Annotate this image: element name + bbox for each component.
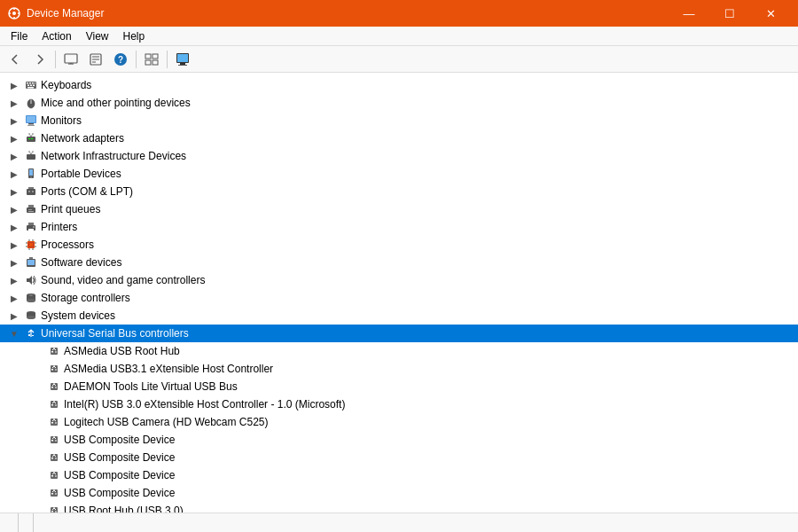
tree-item-usb[interactable]: ▼ Universal Serial Bus controllers: [0, 325, 798, 342]
usb-child-icon-4: [47, 397, 61, 411]
tree-item-usb-cam[interactable]: Logitech USB Camera (HD Webcam C525): [0, 413, 798, 431]
svg-rect-64: [28, 229, 34, 231]
tree-item-mice[interactable]: ▶ Mice and other pointing devices: [0, 94, 798, 112]
expand-icon[interactable]: ▶: [7, 220, 21, 234]
printers-icon: [24, 220, 38, 234]
expand-icon[interactable]: ▶: [7, 113, 21, 128]
usb-comp3-label: USB Composite Device: [64, 469, 175, 481]
expand-icon[interactable]: ▶: [7, 184, 21, 199]
keyboards-icon: [24, 78, 38, 92]
window-controls: — ☐ ✕: [669, 0, 791, 27]
expand-usb-icon[interactable]: ▼: [7, 326, 21, 340]
tree-item-network-infra[interactable]: ▶ Network Infrastructure Devices: [0, 147, 798, 165]
tree-item-system-devices[interactable]: ▶ System devices: [0, 307, 798, 325]
expand-icon[interactable]: ▶: [7, 149, 21, 163]
svg-marker-80: [27, 276, 32, 285]
tree-item-storage[interactable]: ▶ Storage controllers: [0, 289, 798, 307]
svg-rect-38: [27, 125, 35, 126]
svg-rect-46: [27, 154, 35, 160]
tree-item-usb-root2[interactable]: USB Root Hub (USB 3.0): [0, 502, 798, 512]
expand-icon[interactable]: ▶: [7, 131, 21, 145]
svg-rect-68: [29, 243, 33, 246]
tree-item-sound[interactable]: ▶ Sound, video and game controllers: [0, 271, 798, 289]
view-button[interactable]: [140, 49, 163, 70]
tree-item-usb-comp4[interactable]: USB Composite Device: [0, 484, 798, 502]
portable-icon: [24, 167, 38, 181]
tree-item-network-adapters[interactable]: ▶ Network adapters: [0, 129, 798, 147]
svg-rect-25: [29, 82, 31, 84]
tree-item-usb-root1[interactable]: ASMedia USB Root Hub: [0, 342, 798, 360]
mice-label: Mice and other pointing devices: [41, 97, 191, 109]
svg-point-84: [29, 294, 33, 296]
minimize-button[interactable]: —: [669, 0, 709, 27]
computer-icon-button[interactable]: [59, 49, 82, 70]
system-devices-label: System devices: [41, 309, 115, 322]
maximize-button[interactable]: ☐: [709, 0, 750, 27]
svg-rect-29: [30, 85, 32, 87]
monitor-button[interactable]: [171, 49, 194, 70]
tree-item-usb-intel[interactable]: Intel(R) USB 3.0 eXtensible Host Control…: [0, 395, 798, 413]
tree-item-software-devices[interactable]: ▶ Software devices: [0, 254, 798, 271]
device-tree[interactable]: ▶ Keyboards ▶: [0, 73, 798, 512]
ports-icon: [24, 184, 38, 199]
expand-icon[interactable]: ▶: [7, 309, 21, 323]
expand-icon[interactable]: ▶: [7, 255, 21, 270]
svg-rect-60: [28, 211, 34, 212]
tree-item-ports[interactable]: ▶ Ports (COM & LPT): [0, 183, 798, 200]
tree-item-usb-comp1[interactable]: USB Composite Device: [0, 431, 798, 449]
svg-rect-114: [55, 476, 57, 477]
svg-rect-15: [145, 54, 151, 59]
svg-rect-21: [180, 63, 185, 65]
svg-rect-18: [153, 60, 158, 65]
svg-rect-17: [145, 60, 151, 65]
tree-item-printers[interactable]: ▶ Printers: [0, 218, 798, 236]
svg-rect-20: [177, 54, 188, 62]
tree-item-usb-daemon[interactable]: DAEMON Tools Lite Virtual USB Bus: [0, 378, 798, 395]
usb-child-icon-8: [47, 468, 61, 482]
toolbar-sep-1: [55, 51, 56, 68]
expand-icon[interactable]: ▶: [7, 96, 21, 110]
tree-item-keyboards[interactable]: ▶ Keyboards: [0, 76, 798, 94]
usb-comp2-label: USB Composite Device: [64, 451, 175, 464]
menu-action[interactable]: Action: [35, 28, 78, 44]
usb-cam-label: Logitech USB Camera (HD Webcam C525): [64, 416, 269, 428]
svg-rect-110: [51, 458, 53, 459]
tree-item-monitors[interactable]: ▶ Monitors: [0, 112, 798, 129]
network-adapters-icon: [24, 131, 38, 145]
close-button[interactable]: ✕: [750, 0, 791, 27]
expand-icon[interactable]: ▶: [7, 167, 21, 181]
expand-icon[interactable]: ▶: [7, 202, 21, 216]
expand-icon[interactable]: ▶: [7, 78, 21, 92]
toolbar-sep-2: [136, 51, 137, 68]
help-button[interactable]: ?: [109, 49, 132, 70]
menu-view[interactable]: View: [79, 28, 116, 44]
svg-rect-117: [55, 494, 57, 495]
sound-icon: [24, 273, 38, 287]
expand-icon[interactable]: ▶: [7, 238, 21, 252]
usb-child-icon: [47, 344, 61, 358]
back-button[interactable]: [4, 49, 27, 70]
monitors-label: Monitors: [41, 114, 82, 127]
tree-item-usb-comp2[interactable]: USB Composite Device: [0, 449, 798, 466]
svg-rect-52: [29, 169, 33, 176]
svg-rect-102: [55, 405, 57, 406]
svg-point-49: [28, 151, 30, 153]
tree-item-print-queues[interactable]: ▶ Print queues: [0, 200, 798, 218]
expand-icon[interactable]: ▶: [7, 291, 21, 305]
menu-help[interactable]: Help: [116, 28, 153, 44]
tree-item-usb-comp3[interactable]: USB Composite Device: [0, 466, 798, 484]
expand-icon[interactable]: ▶: [7, 273, 21, 287]
svg-rect-105: [55, 423, 57, 424]
tree-item-portable[interactable]: ▶ Portable Devices: [0, 165, 798, 183]
svg-point-55: [28, 191, 30, 192]
forward-button[interactable]: [28, 49, 51, 70]
tree-item-processors[interactable]: ▶ Processors: [0, 236, 798, 254]
svg-point-43: [32, 133, 34, 135]
svg-rect-79: [29, 257, 33, 259]
menu-file[interactable]: File: [4, 28, 35, 44]
properties-button[interactable]: [84, 49, 107, 70]
tree-item-usb-ext[interactable]: ASMedia USB3.1 eXtensible Host Controlle…: [0, 360, 798, 378]
svg-point-56: [32, 191, 34, 192]
svg-rect-22: [178, 65, 187, 66]
storage-label: Storage controllers: [41, 292, 130, 304]
